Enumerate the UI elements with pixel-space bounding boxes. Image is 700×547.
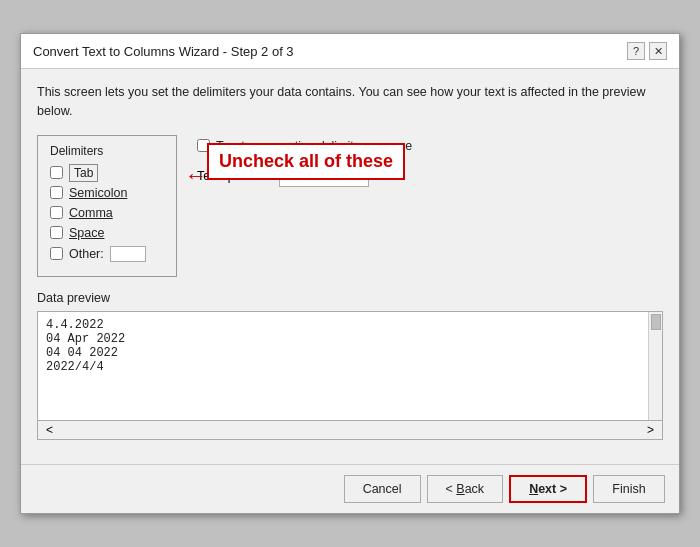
scroll-thumb [651, 314, 661, 330]
back-button[interactable]: < Back [427, 475, 504, 503]
cancel-button[interactable]: Cancel [344, 475, 421, 503]
delimiter-space-row: Space [50, 226, 164, 240]
comma-label[interactable]: Comma [69, 206, 113, 220]
space-checkbox[interactable] [50, 226, 63, 239]
other-label[interactable]: Other: [69, 247, 104, 261]
tab-checkbox[interactable] [50, 166, 63, 179]
footer: Cancel < Back Next > Finish [21, 464, 679, 513]
data-preview-section: Data preview 4.4.2022 04 Apr 2022 04 04 … [37, 291, 663, 440]
annotation-box: Uncheck all of these [207, 143, 405, 180]
delimiters-label: Delimiters [50, 144, 164, 158]
delimiter-tab-row: Tab [50, 166, 164, 180]
preview-box[interactable]: 4.4.2022 04 Apr 2022 04 04 2022 2022/4/4 [37, 311, 663, 421]
back-label: B [456, 482, 464, 496]
red-arrow-icon: ← [185, 163, 207, 189]
tab-box: Tab [69, 164, 98, 182]
preview-line-1: 4.4.2022 [46, 318, 638, 332]
semicolon-label[interactable]: Semicolon [69, 186, 127, 200]
preview-nav: < > [37, 421, 663, 440]
title-bar-controls: ? ✕ [627, 42, 667, 60]
finish-button[interactable]: Finish [593, 475, 665, 503]
next-label-n: N [529, 482, 538, 496]
description-text: This screen lets you set the delimiters … [37, 83, 663, 121]
main-area: ← Uncheck all of these Delimiters Tab [37, 135, 663, 277]
preview-line-2: 04 Apr 2022 [46, 332, 638, 346]
dialog-title: Convert Text to Columns Wizard - Step 2 … [33, 44, 294, 59]
other-checkbox[interactable] [50, 247, 63, 260]
other-text-input[interactable] [110, 246, 146, 262]
dialog: Convert Text to Columns Wizard - Step 2 … [20, 33, 680, 514]
data-preview-label: Data preview [37, 291, 663, 305]
preview-wrapper: 4.4.2022 04 Apr 2022 04 04 2022 2022/4/4… [37, 311, 663, 440]
close-button[interactable]: ✕ [649, 42, 667, 60]
space-label[interactable]: Space [69, 226, 104, 240]
preview-inner: 4.4.2022 04 Apr 2022 04 04 2022 2022/4/4 [46, 318, 654, 374]
preview-nav-left-icon[interactable]: < [46, 423, 53, 437]
delimiter-other-row: Other: [50, 246, 164, 262]
dialog-content: This screen lets you set the delimiters … [21, 69, 679, 464]
preview-line-4: 2022/4/4 [46, 360, 638, 374]
preview-nav-right-icon[interactable]: > [647, 423, 654, 437]
preview-scrollbar[interactable] [648, 312, 662, 420]
delimiter-semicolon-row: Semicolon [50, 186, 164, 200]
semicolon-checkbox[interactable] [50, 186, 63, 199]
comma-checkbox[interactable] [50, 206, 63, 219]
delimiter-comma-row: Comma [50, 206, 164, 220]
help-button[interactable]: ? [627, 42, 645, 60]
title-bar: Convert Text to Columns Wizard - Step 2 … [21, 34, 679, 69]
delimiters-box: Delimiters Tab Semicolon Comma [37, 135, 177, 277]
next-button[interactable]: Next > [509, 475, 587, 503]
tab-label[interactable]: Tab [69, 166, 98, 180]
preview-line-3: 04 04 2022 [46, 346, 638, 360]
